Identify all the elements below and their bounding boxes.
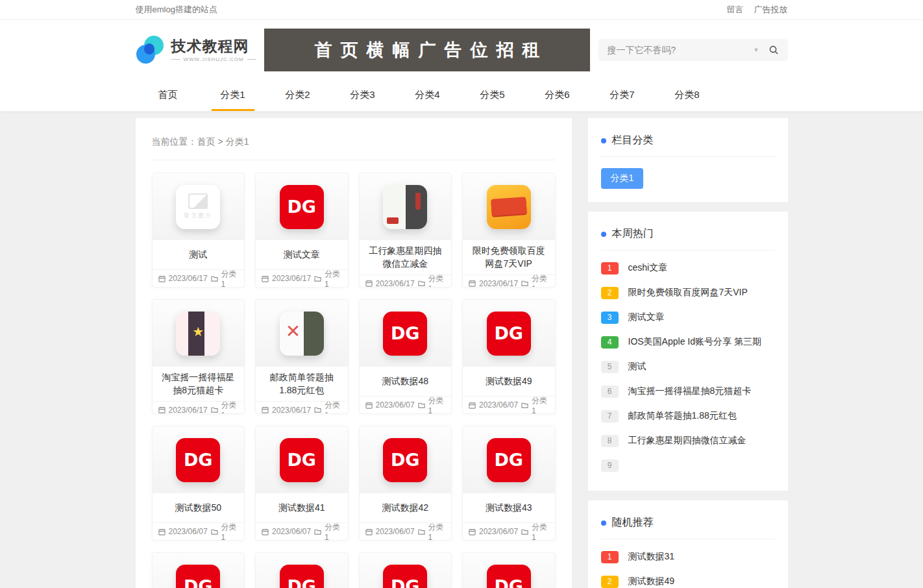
nav-item-分类1[interactable]: 分类1 — [201, 80, 265, 111]
article-card[interactable]: 邮政简单答题抽1.88元红包 2023/06/17 分类1 — [255, 299, 349, 414]
article-title[interactable]: 测试文章 — [256, 240, 348, 269]
nav-item-分类6[interactable]: 分类6 — [525, 80, 590, 111]
rank-item[interactable]: 1 测试数据31 — [601, 545, 775, 569]
rank-title: 邮政简单答题抽1.88元红包 — [628, 410, 737, 422]
article-category[interactable]: 分类1 — [428, 395, 445, 415]
article-title[interactable]: 工行象惠星期四抽微信立减金 — [360, 240, 452, 275]
nav-item-分类5[interactable]: 分类5 — [460, 80, 525, 111]
article-category[interactable]: 分类1 — [221, 269, 238, 288]
site-subtitle: WWW.JISHUJC.COM — [171, 56, 256, 62]
article-title[interactable]: 测试数据49 — [463, 367, 555, 396]
article-date: 2023/06/07 — [169, 527, 208, 536]
nav-item-分类4[interactable]: 分类4 — [395, 80, 460, 111]
rank-item[interactable]: 3 测试文章 — [601, 305, 775, 330]
rank-item[interactable]: 6 淘宝摇一摇得福星抽8元猫超卡 — [601, 379, 775, 404]
rank-item[interactable]: 8 工行象惠星期四抽微信立减金 — [601, 428, 775, 453]
article-card[interactable]: 淘宝摇一摇得福星抽8元猫超卡 2023/06/17 分类1 — [152, 299, 245, 414]
rank-item[interactable]: 7 邮政简单答题抽1.88元红包 — [601, 404, 775, 428]
article-title[interactable]: 测试数据41 — [256, 493, 348, 522]
article-card[interactable]: DG 测试文章 2023/06/17 分类1 — [255, 173, 349, 288]
calendar-icon — [158, 275, 166, 282]
thumbnail-label: DG — [391, 450, 420, 470]
calendar-icon — [469, 402, 476, 409]
article-category[interactable]: 分类1 — [325, 522, 341, 541]
thumbnail-label: DG — [184, 576, 213, 588]
calendar-icon — [158, 528, 166, 535]
article-category[interactable]: 分类1 — [221, 522, 238, 541]
article-meta: 2023/06/17 分类1 — [256, 269, 348, 287]
article-card[interactable]: DG — [255, 552, 349, 588]
article-card[interactable]: DG — [359, 552, 452, 588]
rank-badge: 3 — [601, 312, 619, 324]
article-category[interactable]: 分类1 — [428, 522, 445, 541]
search-box: ▼ — [598, 39, 788, 61]
article-card[interactable]: DG — [152, 552, 245, 588]
article-card[interactable]: 工行象惠星期四抽微信立减金 2023/06/17 分类1 — [359, 173, 452, 288]
article-title[interactable]: 测试数据48 — [360, 367, 452, 396]
search-icon[interactable] — [769, 45, 779, 55]
site-title: 技术教程网 — [171, 38, 256, 56]
nav-item-分类2[interactable]: 分类2 — [265, 80, 330, 111]
search-input[interactable] — [608, 45, 750, 55]
article-category[interactable]: 分类1 — [221, 400, 238, 414]
folder-icon — [314, 275, 321, 282]
topbar-link[interactable]: 留言 — [727, 4, 744, 16]
article-thumbnail: DG — [360, 426, 452, 493]
article-date: 2023/06/17 — [272, 274, 311, 283]
nav-item-首页[interactable]: 首页 — [136, 80, 201, 111]
breadcrumb-current: 分类1 — [226, 136, 249, 147]
article-category[interactable]: 分类1 — [532, 273, 548, 288]
breadcrumb-home-link[interactable]: 首页 — [197, 136, 215, 147]
nav-item-分类7[interactable]: 分类7 — [590, 80, 655, 111]
article-category[interactable]: 分类1 — [532, 395, 548, 415]
folder-icon — [418, 528, 425, 535]
rank-item[interactable]: 2 限时免费领取百度网盘7天VIP — [601, 280, 775, 305]
article-category[interactable]: 分类1 — [325, 269, 341, 288]
article-date: 2023/06/07 — [479, 527, 518, 536]
breadcrumb-separator: > — [218, 136, 223, 147]
nav-item-分类3[interactable]: 分类3 — [330, 80, 395, 111]
article-thumbnail: DG — [463, 300, 555, 367]
article-card[interactable]: 限时免费领取百度网盘7天VIP 2023/06/17 分类1 — [462, 173, 556, 288]
rank-badge: 2 — [601, 287, 619, 299]
article-card[interactable]: DG 测试数据43 2023/06/07 分类1 — [462, 426, 556, 541]
rank-badge: 9 — [601, 459, 619, 472]
widget-title: 随机推荐 — [601, 512, 775, 539]
rank-item[interactable]: 5 测试 — [601, 354, 775, 379]
article-title[interactable]: 邮政简单答题抽1.88元红包 — [256, 367, 348, 401]
rank-item[interactable]: 4 IOS美国Apple Id账号分享 第三期 — [601, 330, 775, 354]
article-category[interactable]: 分类1 — [532, 522, 548, 541]
rank-badge: 2 — [601, 576, 619, 588]
article-title[interactable]: 测试数据50 — [153, 493, 245, 522]
topbar-link[interactable]: 广告投放 — [754, 4, 788, 16]
nav-item-分类8[interactable]: 分类8 — [655, 80, 720, 111]
article-card[interactable]: 暂无图片 测试 2023/06/17 分类1 — [152, 173, 245, 288]
article-title[interactable]: 测试数据42 — [360, 493, 452, 522]
article-category[interactable]: 分类1 — [428, 273, 445, 288]
article-title[interactable]: 限时免费领取百度网盘7天VIP — [463, 240, 555, 275]
rank-item[interactable]: 2 测试数据49 — [601, 569, 775, 588]
category-button[interactable]: 分类1 — [601, 168, 644, 189]
article-card[interactable]: DG 测试数据41 2023/06/07 分类1 — [255, 426, 349, 541]
article-title[interactable]: 测试数据43 — [463, 493, 555, 522]
header-ad-banner[interactable]: 首页横幅广告位招租 — [264, 29, 590, 71]
article-card[interactable]: DG 测试数据50 2023/06/07 分类1 — [152, 426, 245, 541]
rank-item[interactable]: 1 ceshi文章 — [601, 256, 775, 280]
article-card[interactable]: DG 测试数据42 2023/06/07 分类1 — [359, 426, 452, 541]
rank-title: ceshi文章 — [628, 262, 668, 274]
article-card[interactable]: DG — [462, 552, 556, 588]
rank-item[interactable]: 9 — [601, 453, 775, 478]
article-thumbnail: DG — [256, 426, 348, 493]
article-meta: 2023/06/07 分类1 — [463, 522, 555, 540]
article-card[interactable]: DG 测试数据48 2023/06/07 分类1 — [359, 299, 452, 414]
rank-title: 淘宝摇一摇得福星抽8元猫超卡 — [628, 386, 752, 397]
article-category[interactable]: 分类1 — [325, 400, 341, 414]
article-title[interactable]: 测试 — [153, 240, 245, 269]
article-card[interactable]: DG 测试数据49 2023/06/07 分类1 — [462, 299, 556, 414]
rank-title: 工行象惠星期四抽微信立减金 — [628, 435, 746, 447]
article-date: 2023/06/17 — [376, 279, 415, 288]
article-thumbnail: DG — [360, 300, 452, 367]
chevron-down-icon[interactable]: ▼ — [754, 47, 759, 53]
article-title[interactable]: 淘宝摇一摇得福星抽8元猫超卡 — [153, 367, 245, 401]
site-logo[interactable]: 技术教程网 WWW.JISHUJC.COM — [136, 35, 256, 65]
